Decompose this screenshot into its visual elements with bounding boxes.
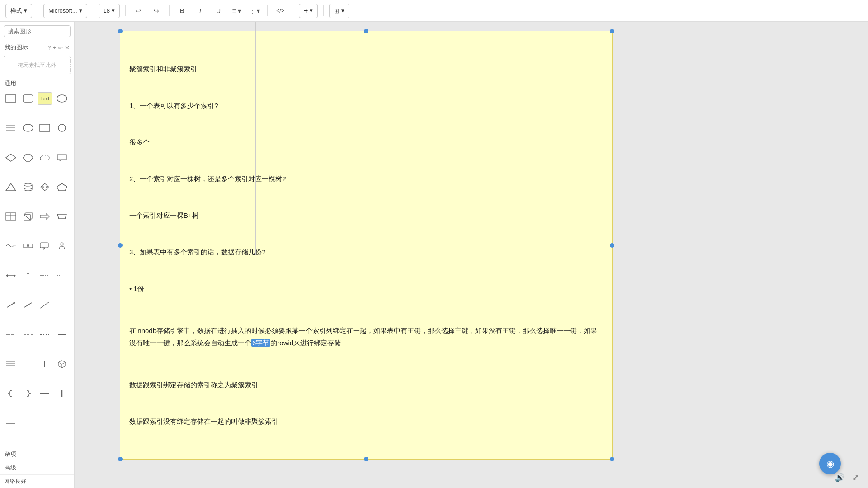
shape-horizontal-line[interactable] [55,299,69,311]
svg-line-58 [62,362,66,364]
highlight-6bytes: 6字节 [251,339,270,347]
search-input[interactable] [8,28,75,35]
shape-short-dash[interactable] [38,328,52,341]
add-icon[interactable]: + [52,44,56,51]
handle-bottom-left[interactable] [118,457,123,461]
shape-rounded-rect[interactable] [21,92,35,105]
separator-5 [267,5,268,16]
shape-rect2[interactable] [38,122,52,134]
align-button[interactable]: ≡ ▾ [229,4,244,18]
shape-right-brace[interactable] [21,387,35,400]
handle-top-center[interactable] [364,29,368,33]
note-para2: 在innodb存储引擎中，数据在进行插入的时候必须要跟某一个索引列绑定在一起，如… [129,324,603,349]
shape-circle2[interactable] [55,122,69,134]
note-q3: 3、如果表中有多个索引的话，数据存储几份? [129,246,603,258]
shape-vert-line[interactable] [38,357,52,370]
shape-person[interactable] [55,239,69,252]
shape-pentagon[interactable] [55,181,69,193]
style-dropdown[interactable]: 样式 ▾ [5,4,32,18]
shape-arrows[interactable] [38,181,52,193]
insert-button[interactable]: + ▾ [299,4,318,18]
shape-diagonal-arrow[interactable] [4,299,18,311]
shape-callout2[interactable] [38,239,52,252]
shape-text[interactable]: Text [38,92,52,105]
shape-double-arrow[interactable] [4,269,18,282]
shape-rect-connector[interactable] [21,239,35,252]
volume-icon[interactable]: 🔊 [835,473,845,483]
svg-marker-37 [14,274,16,277]
shape-wavy[interactable] [4,239,18,252]
font-size-dropdown[interactable]: 18 ▾ [99,4,120,18]
table-button[interactable]: ⊞ ▾ [329,4,349,18]
shape-arrow-up[interactable] [21,269,35,282]
bold-button[interactable]: B [175,4,189,18]
network-quality-label: 网络良好 [0,474,74,488]
drop-zone[interactable]: 拖元素抵至此外 [4,56,71,74]
shape-rectangle[interactable] [4,92,18,105]
close-icon[interactable]: ✕ [65,44,70,51]
svg-line-43 [7,303,14,307]
separator-4 [169,5,170,16]
redo-button[interactable]: ↪ [149,4,164,18]
handle-bottom-right[interactable] [610,457,614,461]
action-icon: ◉ [826,458,834,469]
svg-rect-30 [24,244,27,248]
shape-vert-dash[interactable] [21,357,35,370]
svg-marker-20 [57,183,67,191]
handle-mid-left[interactable] [118,243,123,248]
handle-bottom-center[interactable] [364,457,368,461]
shape-table[interactable] [4,210,18,223]
handle-mid-right[interactable] [610,243,614,248]
svg-line-46 [40,302,49,308]
shape-lines[interactable] [4,122,18,134]
font-dropdown[interactable]: Microsoft... ▾ [43,4,87,18]
more-format-button[interactable]: ⋮ ▾ [247,4,262,18]
shape-3d-cube[interactable] [55,357,69,370]
bullet-icon: • [129,282,132,295]
handle-top-left[interactable] [118,29,123,33]
shape-ellipse[interactable] [21,122,35,134]
undo-button[interactable]: ↩ [131,4,146,18]
note-q2: 2、一个索引对应一棵树，还是多个索引对应一棵树? [129,173,603,185]
shape-long-dash[interactable] [4,328,18,341]
section-common-label: 通用 [0,77,74,90]
shape-double-horiz[interactable] [4,417,18,429]
shape-diagonal-line[interactable] [21,299,35,311]
shape-dotted-line[interactable] [55,269,69,282]
shape-circle[interactable] [55,92,69,105]
shape-callout[interactable] [55,151,69,164]
note-para4: 数据跟索引没有绑定存储在一起的叫做非聚簇索引 [129,415,603,427]
shape-3d-box[interactable] [21,210,35,223]
underline-button[interactable]: U [211,4,226,18]
shape-cloud[interactable] [38,151,52,164]
shape-left-brace[interactable] [4,387,18,400]
fullscreen-icon[interactable]: ⤢ [852,473,859,483]
note-box[interactable]: 聚簇索引和非聚簇索引 1、一个表可以有多少个索引? 很多个 2、一个索引对应一棵… [120,31,613,460]
shape-arrow-right[interactable] [38,210,52,223]
shape-trapezoid[interactable] [55,210,69,223]
shape-line-dots[interactable] [4,357,18,370]
shape-slash[interactable] [38,299,52,311]
shape-dashed-line[interactable] [38,269,52,282]
svg-marker-29 [57,214,66,219]
canvas-area[interactable]: 聚簇索引和非聚簇索引 1、一个表可以有多少个索引? 很多个 2、一个索引对应一棵… [75,22,868,488]
italic-button[interactable]: I [193,4,208,18]
search-box[interactable]: 🔍 [4,25,71,37]
svg-point-18 [24,188,32,191]
edit-icon[interactable]: ✏ [58,44,63,51]
shape-cylinder[interactable] [21,181,35,193]
svg-marker-34 [43,248,45,249]
help-icon[interactable]: ? [47,44,51,51]
action-button[interactable]: ◉ [819,453,841,474]
code-button[interactable]: </> [273,4,288,18]
separator-1 [38,5,38,16]
shape-em-dash[interactable] [38,387,52,400]
handle-top-right[interactable] [610,29,614,33]
shape-minus[interactable] [55,328,69,341]
shape-diamond[interactable] [4,151,18,164]
shape-vert-bar[interactable] [55,387,69,400]
shape-medium-dash[interactable] [21,328,35,341]
shape-triangle[interactable] [4,181,18,193]
svg-rect-3 [6,95,16,102]
shape-hexagon[interactable] [21,151,35,164]
